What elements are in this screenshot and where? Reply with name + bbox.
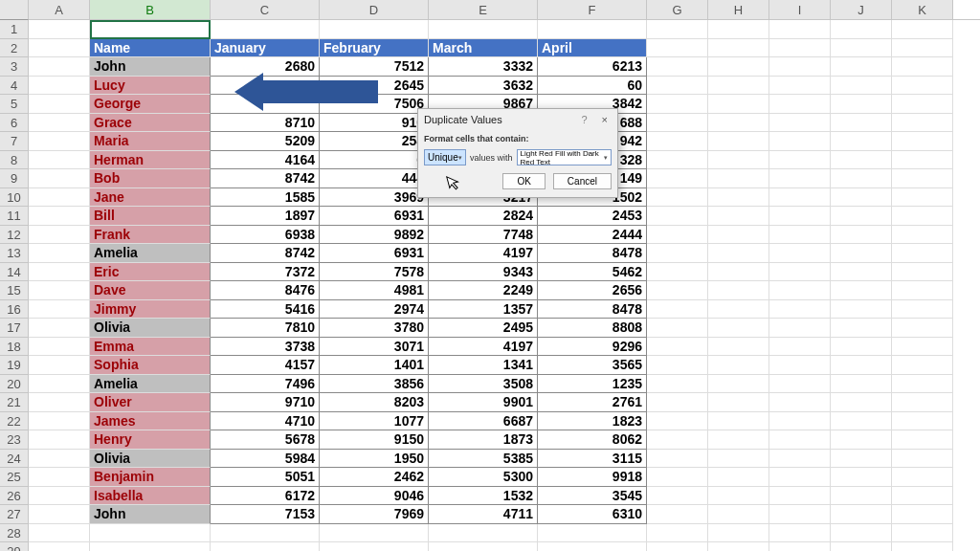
row-header[interactable]: 9 (0, 169, 29, 188)
data-cell[interactable]: 1357 (429, 300, 538, 320)
cell[interactable] (831, 188, 892, 208)
row-header[interactable]: 8 (0, 151, 29, 170)
data-cell[interactable]: 1823 (538, 412, 647, 431)
cell[interactable] (831, 542, 892, 551)
cell[interactable] (892, 57, 953, 77)
cell[interactable] (708, 393, 769, 412)
data-cell[interactable]: 8742 (211, 244, 320, 263)
cell[interactable] (538, 542, 647, 551)
data-cell[interactable]: 444 (320, 169, 429, 188)
cell[interactable] (708, 226, 769, 245)
cell[interactable] (29, 226, 90, 245)
select-all-corner[interactable] (0, 0, 29, 20)
cell[interactable] (769, 169, 831, 188)
row-header[interactable]: 27 (0, 505, 29, 524)
data-cell[interactable]: 2761 (538, 393, 647, 412)
dialog-help-button[interactable]: ? (573, 114, 594, 125)
data-cell[interactable]: 1401 (320, 356, 429, 375)
data-cell[interactable]: 7748 (429, 226, 538, 245)
cell[interactable] (29, 468, 90, 487)
row-header[interactable]: 21 (0, 393, 29, 412)
data-cell[interactable]: 7372 (211, 263, 320, 282)
cell[interactable] (29, 281, 90, 300)
cell[interactable] (647, 356, 708, 375)
cell[interactable] (831, 487, 892, 506)
cell[interactable] (90, 524, 211, 543)
cell[interactable] (708, 505, 769, 524)
cell[interactable] (769, 20, 831, 39)
name-cell[interactable]: Frank (90, 226, 211, 245)
cell[interactable] (769, 207, 831, 226)
cell[interactable] (647, 95, 708, 114)
cell[interactable] (831, 263, 892, 282)
data-cell[interactable]: 2249 (429, 281, 538, 300)
cell[interactable] (831, 77, 892, 96)
cell[interactable] (320, 524, 429, 543)
cell[interactable] (708, 468, 769, 487)
data-cell[interactable]: 6938 (211, 226, 320, 245)
name-cell[interactable]: Eric (90, 263, 211, 282)
header-month[interactable]: February (320, 39, 429, 58)
data-cell[interactable]: 3115 (538, 450, 647, 469)
data-cell[interactable]: 1077 (320, 412, 429, 431)
cell[interactable] (29, 169, 90, 188)
cancel-button[interactable]: Cancel (553, 173, 612, 189)
cell[interactable] (647, 151, 708, 170)
data-cell[interactable]: 3545 (538, 487, 647, 506)
data-cell[interactable]: 3780 (320, 319, 429, 338)
name-cell[interactable]: Emma (90, 338, 211, 357)
col-header-c[interactable]: C (211, 0, 320, 19)
cell[interactable] (769, 77, 831, 96)
data-cell[interactable]: 1897 (211, 207, 320, 226)
data-cell[interactable]: 2453 (538, 207, 647, 226)
ok-button[interactable]: OK (502, 173, 545, 189)
cell[interactable] (708, 263, 769, 282)
cell[interactable] (892, 169, 953, 188)
cell[interactable] (831, 300, 892, 320)
cell[interactable] (708, 188, 769, 208)
cell[interactable] (90, 20, 211, 39)
data-cell[interactable]: 2656 (538, 281, 647, 300)
col-header-d[interactable]: D (320, 0, 429, 19)
data-cell[interactable]: 60 (538, 77, 647, 96)
name-cell[interactable]: Grace (90, 114, 211, 133)
cell[interactable] (892, 95, 953, 114)
row-header[interactable]: 24 (0, 450, 29, 469)
cell[interactable] (708, 338, 769, 357)
cell[interactable] (647, 468, 708, 487)
cell[interactable] (769, 375, 831, 394)
name-cell[interactable]: Amelia (90, 244, 211, 263)
data-cell[interactable]: 6931 (320, 244, 429, 263)
data-cell[interactable]: 4197 (429, 244, 538, 263)
cell[interactable] (892, 375, 953, 394)
cell[interactable] (831, 207, 892, 226)
cell[interactable] (892, 356, 953, 375)
row-header[interactable]: 18 (0, 338, 29, 357)
data-cell[interactable]: 9296 (538, 338, 647, 357)
cell[interactable] (647, 77, 708, 96)
cell[interactable] (708, 39, 769, 58)
cell[interactable] (647, 450, 708, 469)
data-cell[interactable]: 6310 (538, 505, 647, 524)
cell[interactable] (831, 169, 892, 188)
row-header[interactable]: 25 (0, 468, 29, 487)
cell[interactable] (29, 524, 90, 543)
name-cell[interactable]: Olivia (90, 450, 211, 469)
cell[interactable] (831, 468, 892, 487)
cell[interactable] (29, 450, 90, 469)
cell[interactable] (29, 39, 90, 58)
data-cell[interactable]: 6 (320, 151, 429, 170)
data-cell[interactable]: 1532 (429, 487, 538, 506)
cell[interactable] (769, 132, 831, 151)
row-header[interactable]: 26 (0, 487, 29, 506)
header-month[interactable]: March (429, 39, 538, 58)
cell[interactable] (892, 114, 953, 133)
cell[interactable] (769, 338, 831, 357)
cell[interactable] (708, 132, 769, 151)
data-cell[interactable]: 2645 (320, 77, 429, 96)
data-cell[interactable]: 5385 (429, 450, 538, 469)
cell[interactable] (892, 151, 953, 170)
cell[interactable] (769, 505, 831, 524)
data-cell[interactable]: 3565 (538, 356, 647, 375)
cell[interactable] (647, 226, 708, 245)
